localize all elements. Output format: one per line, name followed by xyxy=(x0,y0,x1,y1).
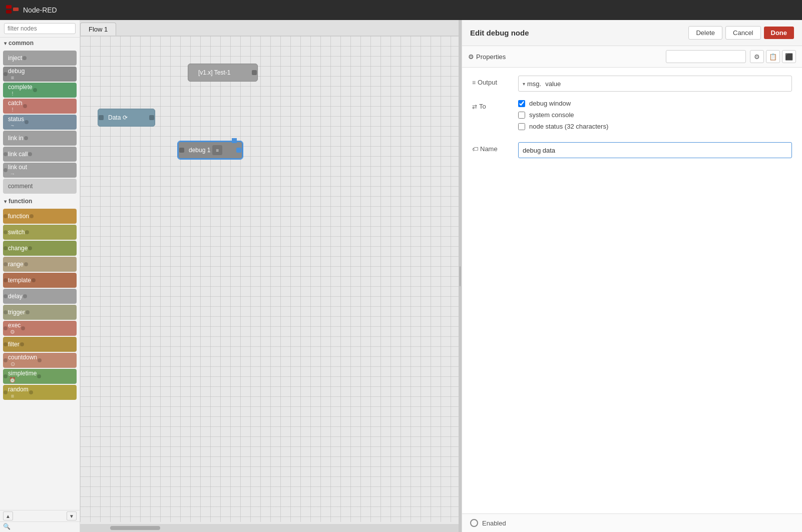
node-simpletime[interactable]: simpletime ⏰ xyxy=(3,369,77,384)
enabled-label: Enabled xyxy=(482,519,506,527)
filter-nodes-input[interactable] xyxy=(4,23,76,34)
right-panel: Edit debug node Delete Cancel Done ⚙ Pro… xyxy=(462,20,802,532)
node-range[interactable]: range xyxy=(3,257,77,272)
to-icon: ⇄ xyxy=(472,103,477,110)
node-status-checkbox-row: node status (32 characters) xyxy=(518,123,792,130)
search-icon: 🔍 xyxy=(3,523,11,530)
export-icon-button[interactable]: ⬛ xyxy=(782,50,796,63)
node-inject[interactable]: inject xyxy=(3,51,77,66)
node-random[interactable]: random ≡ xyxy=(3,385,77,400)
enabled-circle xyxy=(470,519,478,527)
node-comment[interactable]: comment xyxy=(3,179,77,194)
node-menu-button[interactable]: ≡ xyxy=(212,145,222,155)
scroll-up-button[interactable]: ▲ xyxy=(3,511,13,520)
node-exec[interactable]: exec ⚙ xyxy=(3,321,77,336)
name-row: 🏷 Name xyxy=(472,142,792,158)
node-catch[interactable]: catch ! xyxy=(3,99,77,114)
node-delay[interactable]: delay xyxy=(3,289,77,304)
connection-dot xyxy=(232,138,237,143)
node-link-in[interactable]: link in xyxy=(3,131,77,146)
node-status-checkbox[interactable] xyxy=(518,123,525,130)
output-select-value: msg. xyxy=(527,80,541,88)
debug-window-label[interactable]: debug window xyxy=(529,100,571,107)
debug-window-checkbox-row: debug window xyxy=(518,100,792,107)
node-link-call[interactable]: link call xyxy=(3,147,77,162)
canvas-area: Flow 1 [v1.x] Test-1 Data xyxy=(80,20,459,532)
properties-tab[interactable]: ⚙ Properties xyxy=(468,53,506,61)
node-function[interactable]: function xyxy=(3,209,77,224)
to-label: ⇄ To xyxy=(472,100,512,110)
canvas-node-debug1[interactable]: debug 1 ≡ xyxy=(178,141,243,159)
panel-footer: Enabled xyxy=(462,513,802,532)
common-node-list: inject debug ≡ complete ! xyxy=(0,49,80,196)
sidebar: common inject debug ≡ xyxy=(0,20,80,532)
tab-flow1[interactable]: Flow 1 xyxy=(80,23,116,36)
properties-bar: ⚙ Properties ⚙ 📋 ⬛ xyxy=(462,46,802,68)
sidebar-scroll-controls: ▲ ▼ xyxy=(0,510,80,521)
logo: Node-RED xyxy=(6,5,57,15)
scroll-down-button[interactable]: ▼ xyxy=(67,511,77,520)
name-label: 🏷 Name xyxy=(472,142,512,153)
filter-nodes-container xyxy=(0,20,80,38)
output-icon: ≡ xyxy=(472,79,476,86)
canvas-node-test[interactable]: [v1.x] Test-1 xyxy=(188,64,258,82)
node-change[interactable]: change xyxy=(3,241,77,256)
node-trigger[interactable]: trigger xyxy=(3,305,77,320)
node-status-label[interactable]: node status (32 characters) xyxy=(529,123,608,130)
panel-header: Edit debug node Delete Cancel Done xyxy=(462,20,802,46)
system-console-checkbox-row: system console xyxy=(518,111,792,119)
properties-form: ≡ Output ▾ msg. value ⇄ To xyxy=(462,68,802,513)
delete-button[interactable]: Delete xyxy=(688,26,722,40)
system-console-label[interactable]: system console xyxy=(529,111,574,119)
scroll-thumb[interactable] xyxy=(110,526,160,530)
app-title: Node-RED xyxy=(23,6,57,14)
node-link-out[interactable]: link out → xyxy=(3,163,77,178)
svg-rect-2 xyxy=(13,8,19,11)
cancel-button[interactable]: Cancel xyxy=(725,26,760,40)
done-button[interactable]: Done xyxy=(764,27,794,39)
output-dropdown[interactable]: ▾ msg. value xyxy=(518,76,792,92)
category-function[interactable]: function xyxy=(0,196,80,207)
node-switch[interactable]: switch xyxy=(3,225,77,240)
output-dropdown-arrow: ▾ xyxy=(523,81,525,87)
output-select-property: value xyxy=(545,80,561,88)
node-complete[interactable]: complete ! xyxy=(3,83,77,98)
node-search-area: 🔍 xyxy=(0,521,80,532)
tab-bar: Flow 1 xyxy=(80,20,459,36)
flow-canvas[interactable]: [v1.x] Test-1 Data ⟳ xyxy=(80,36,459,522)
node-debug[interactable]: debug ≡ xyxy=(3,67,77,82)
panel-title: Edit debug node xyxy=(470,29,529,37)
prop-tab-icon-buttons: ⚙ 📋 ⬛ xyxy=(750,50,796,63)
canvas-scrollbar[interactable] xyxy=(80,524,459,532)
output-row: ≡ Output ▾ msg. value xyxy=(472,76,792,92)
copy-icon-button[interactable]: 📋 xyxy=(766,50,780,63)
topbar: Node-RED xyxy=(0,0,802,20)
to-row: ⇄ To debug window system console node st… xyxy=(472,100,792,134)
category-common[interactable]: common xyxy=(0,38,80,49)
properties-search-input[interactable] xyxy=(666,50,746,63)
node-template[interactable]: template xyxy=(3,273,77,288)
settings-icon-button[interactable]: ⚙ xyxy=(750,50,764,63)
debug-window-checkbox[interactable] xyxy=(518,100,525,107)
function-node-list: function switch change xyxy=(0,207,80,402)
name-icon: 🏷 xyxy=(472,146,478,153)
nodered-logo-icon xyxy=(6,5,20,15)
node-countdown[interactable]: countdown ⊙ xyxy=(3,353,77,368)
system-console-checkbox[interactable] xyxy=(518,112,525,119)
svg-rect-0 xyxy=(6,5,12,9)
canvas-node-data[interactable]: Data ⟳ xyxy=(98,109,155,127)
node-filter[interactable]: filter xyxy=(3,337,77,352)
panel-actions: Delete Cancel Done xyxy=(688,26,794,40)
name-input[interactable] xyxy=(518,142,792,158)
gear-icon: ⚙ xyxy=(468,53,474,61)
svg-rect-1 xyxy=(6,10,12,14)
output-label: ≡ Output xyxy=(472,76,512,86)
node-status[interactable]: status ~ xyxy=(3,115,77,130)
